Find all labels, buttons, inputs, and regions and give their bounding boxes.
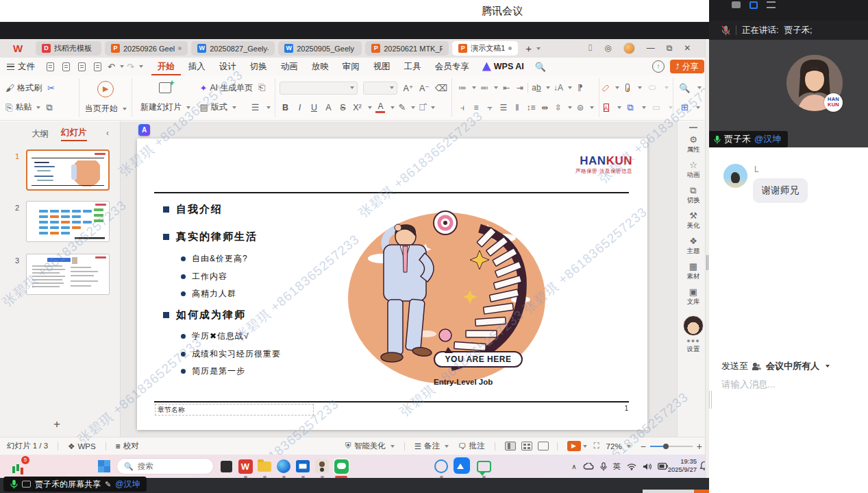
font-size-select[interactable] xyxy=(363,82,397,95)
output-icon[interactable] xyxy=(62,62,70,71)
clock[interactable]: 19:35 2025/9/27 xyxy=(668,457,697,474)
zoom-out-icon[interactable]: − xyxy=(641,441,646,452)
normal-view-icon[interactable] xyxy=(505,442,516,450)
decrease-indent-icon[interactable]: ⇤ xyxy=(500,83,512,93)
smart-spacing-icon[interactable]: ⇳ xyxy=(552,103,564,112)
wps-logo[interactable]: W xyxy=(10,43,26,55)
cut-icon[interactable]: ✂ xyxy=(47,83,55,93)
tool-transition[interactable]: ⧉切换 xyxy=(687,186,700,205)
edge-browser-icon[interactable] xyxy=(275,458,292,474)
panel-layout-icon[interactable] xyxy=(749,1,758,9)
menu-tools[interactable]: 工具 xyxy=(398,58,427,75)
mic-muted-icon[interactable] xyxy=(721,25,730,36)
menu-member[interactable]: 会员专享 xyxy=(429,58,475,75)
speaker-video-tile[interactable]: HAN KUN 贾子禾 @汉坤 xyxy=(709,40,868,147)
picture-icon[interactable] xyxy=(625,84,630,92)
italic-button[interactable]: I xyxy=(294,103,305,112)
align-center-icon[interactable]: ≡ xyxy=(470,103,482,112)
chat-sender-avatar[interactable] xyxy=(723,164,747,188)
menu-home[interactable]: 开始 xyxy=(151,58,181,75)
new-slide-button[interactable]: 新建幻灯片 xyxy=(136,101,194,113)
notes-button[interactable]: ☰备注 xyxy=(414,441,449,451)
highlight-pen-icon[interactable]: ✎ xyxy=(398,102,406,112)
superscript-button[interactable]: X² xyxy=(351,103,362,112)
contacts-app-icon[interactable] xyxy=(314,458,330,474)
bullet-list-icon[interactable]: ≔ xyxy=(456,83,468,93)
tool-theme[interactable]: ❖主题 xyxy=(687,237,700,256)
wifi-icon[interactable] xyxy=(627,463,636,470)
doc-tab-4[interactable]: P 20250621 MTK_FR/ xyxy=(365,41,449,56)
comments-button[interactable]: 🗨批注 xyxy=(458,441,485,451)
tool-material[interactable]: ▦素材 xyxy=(687,262,700,281)
send-to-chevron-icon[interactable] xyxy=(826,365,830,368)
phonetic-guide-icon[interactable]: 文̂ xyxy=(419,102,425,112)
redo-chevron-icon[interactable] xyxy=(139,65,143,68)
share-button[interactable]: ⤴ 分享 xyxy=(670,60,704,73)
ai-assistant-avatar[interactable] xyxy=(683,315,704,336)
font-color-button[interactable]: A xyxy=(375,101,385,113)
sort-text-icon[interactable]: ↓A xyxy=(552,83,564,93)
new-tab-button[interactable]: + xyxy=(525,43,532,54)
paragraph-mark-icon[interactable]: ⁋ xyxy=(574,83,586,93)
add-slide-button[interactable]: + xyxy=(53,418,60,431)
podium-icon[interactable]: ▭ xyxy=(652,102,660,112)
text-direction-icon[interactable]: ab̲ xyxy=(530,83,542,93)
section-icon[interactable]: ☰ xyxy=(251,102,260,112)
chat-resize-handle[interactable] xyxy=(709,391,712,409)
tencent-meeting-icon[interactable] xyxy=(454,457,470,474)
zoom-in-icon[interactable]: + xyxy=(697,441,702,452)
decrease-font-icon[interactable]: A⁻ xyxy=(419,83,430,93)
column-spacing-icon[interactable]: ⇹ xyxy=(538,103,550,112)
wps-ai-menu[interactable]: WPS AI xyxy=(482,62,524,71)
cloud-icon[interactable] xyxy=(583,463,594,470)
account-avatar[interactable] xyxy=(623,43,635,54)
doc-tab-1[interactable]: P 20250926 Geel xyxy=(105,41,188,56)
collapse-panel-icon[interactable]: ‹ xyxy=(106,128,109,138)
play-from-current-icon[interactable]: ▶ xyxy=(97,81,114,97)
tab-list-chevron-icon[interactable] xyxy=(536,47,541,50)
print-preview-icon[interactable] xyxy=(94,62,101,71)
battery-icon[interactable] xyxy=(658,463,668,470)
skin-icon[interactable]: ◎ xyxy=(604,43,611,53)
taskbar-search[interactable]: 🔍 xyxy=(116,458,214,474)
textbox-icon[interactable]: A xyxy=(604,104,609,112)
char-spacing-button[interactable]: A xyxy=(323,103,334,112)
from-outline-icon[interactable]: ⎗ xyxy=(258,82,265,93)
task-view-icon[interactable] xyxy=(218,458,234,474)
slide-page[interactable]: HANKUN 严格保密·涉及保密信息 自我介绍 真实的律师生活 自由&价更高? … xyxy=(137,139,647,430)
menu-insert[interactable]: 插入 xyxy=(182,58,212,75)
play-from-current-button[interactable]: 当页开始 xyxy=(85,103,127,115)
tool-settings[interactable]: 设置 xyxy=(687,344,700,354)
slide-thumbnail-3[interactable] xyxy=(26,254,110,295)
panel-minimize-icon[interactable] xyxy=(732,1,741,8)
tool-properties[interactable]: ⚙属性 xyxy=(687,135,700,154)
slide-thumbnail-2[interactable] xyxy=(26,201,110,242)
tool-animation[interactable]: ☆动画 xyxy=(687,160,700,180)
slide-thumbnail-1[interactable] xyxy=(26,149,110,191)
wps-app-icon[interactable]: W xyxy=(237,458,253,474)
restore-icon[interactable]: ⧉ xyxy=(667,43,673,53)
tool-beautify[interactable]: ⚒美化 xyxy=(687,211,700,230)
tool-library[interactable]: ▣文库 xyxy=(687,287,700,306)
numbered-list-icon[interactable]: ≕ xyxy=(478,83,490,93)
slide-sorter-icon[interactable] xyxy=(521,442,532,450)
collapse-strip-icon[interactable] xyxy=(689,127,697,128)
tab-slides[interactable]: 幻灯片 xyxy=(61,127,87,141)
mic-icon[interactable] xyxy=(600,462,607,471)
text-autofit-icon[interactable]: ⊜ xyxy=(574,103,586,112)
line-spacing-icon[interactable]: ↕≡ xyxy=(525,103,536,112)
arrange-shapes-icon[interactable]: ⧉ xyxy=(628,102,634,113)
bold-button[interactable]: B xyxy=(280,103,290,112)
strikethrough-button[interactable]: S xyxy=(337,103,348,112)
doc-tab-2[interactable]: W 20250827_Geely-N xyxy=(191,41,275,56)
redo-icon[interactable]: ↷ xyxy=(127,62,134,72)
ai-generate-button[interactable]: ✦AI 生成单页 xyxy=(199,82,253,94)
save-icon[interactable] xyxy=(47,62,54,71)
increase-indent-icon[interactable]: ⇥ xyxy=(514,83,525,93)
doc-tab-active[interactable]: P 演示文稿1 xyxy=(452,41,518,56)
menu-animation[interactable]: 动画 xyxy=(275,58,304,75)
menu-slideshow[interactable]: 放映 xyxy=(306,58,335,75)
zoom-level[interactable]: 72% xyxy=(606,442,631,450)
print-icon[interactable] xyxy=(78,62,86,71)
shapes-icon[interactable] xyxy=(602,84,609,92)
